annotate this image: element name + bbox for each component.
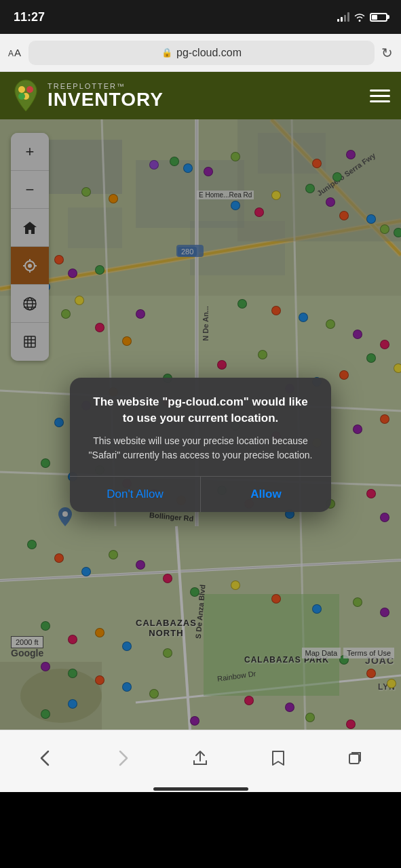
tabs-icon [346, 749, 365, 768]
tabs-button[interactable] [339, 741, 373, 775]
app-title: INVENTORY [47, 90, 164, 109]
share-icon [191, 749, 210, 768]
logo-text: TREEPLOTTER™ INVENTORY [47, 83, 164, 109]
app-header: TREEPLOTTER™ INVENTORY [0, 72, 401, 119]
wifi-icon [354, 12, 366, 22]
dialog-overlay: The website "pg-cloud.com" would like to… [0, 119, 401, 730]
share-button[interactable] [183, 741, 217, 775]
back-button[interactable] [28, 741, 62, 775]
allow-button[interactable]: Allow [201, 477, 331, 512]
dont-allow-button[interactable]: Don't Allow [70, 477, 200, 512]
logo-icon [11, 79, 41, 113]
dialog-buttons: Don't Allow Allow [70, 477, 331, 512]
menu-button[interactable] [370, 90, 390, 102]
browser-aa-button[interactable]: AA [8, 47, 22, 58]
home-pill [153, 787, 248, 791]
bookmarks-button[interactable] [261, 741, 295, 775]
home-indicator [0, 785, 401, 792]
bottom-nav [0, 730, 401, 785]
refresh-button[interactable]: ↻ [381, 45, 393, 61]
status-time: 11:27 [14, 10, 45, 24]
location-permission-dialog: The website "pg-cloud.com" would like to… [70, 378, 331, 513]
bookmarks-icon [269, 749, 288, 768]
browser-url: pg-cloud.com [176, 47, 242, 59]
back-icon [36, 749, 55, 768]
status-bar: 11:27 [0, 0, 401, 34]
browser-address-bar[interactable]: 🔒 pg-cloud.com [28, 41, 375, 65]
status-icons [337, 12, 387, 22]
app-logo: TREEPLOTTER™ INVENTORY [11, 79, 164, 113]
svg-point-0 [18, 86, 25, 93]
svg-rect-47 [349, 754, 359, 764]
dialog-body: The website "pg-cloud.com" would like to… [70, 378, 331, 463]
lock-icon: 🔒 [161, 47, 172, 58]
map-area[interactable]: 280 Junipero Serra Fwy N De An... Bollin… [0, 119, 401, 730]
forward-button[interactable] [106, 741, 140, 775]
battery-icon [370, 13, 387, 22]
dialog-description: This website will use your precise locat… [86, 434, 315, 462]
forward-icon [113, 749, 132, 768]
svg-point-3 [18, 93, 25, 100]
dialog-title: The website "pg-cloud.com" would like to… [86, 394, 315, 427]
svg-point-1 [26, 86, 33, 93]
signal-icon [337, 12, 349, 22]
browser-bar: AA 🔒 pg-cloud.com ↻ [0, 34, 401, 72]
